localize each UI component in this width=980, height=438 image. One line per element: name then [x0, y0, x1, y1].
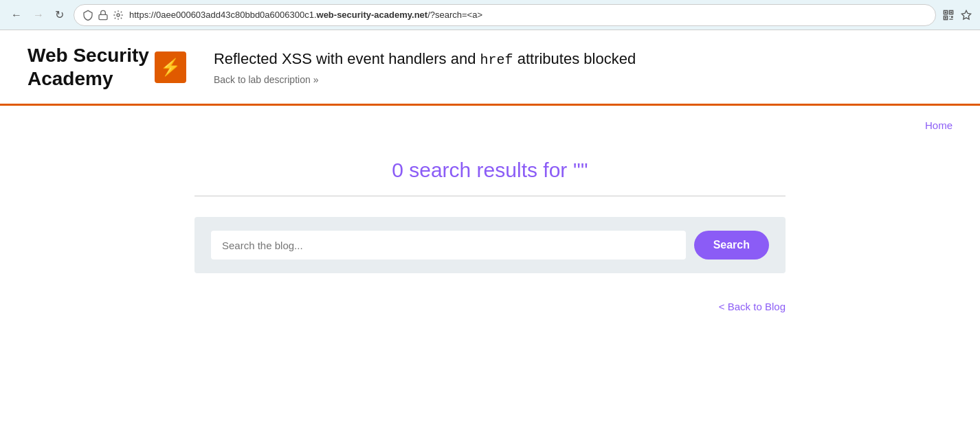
nav-bar: Home	[0, 106, 980, 145]
qr-icon[interactable]	[943, 10, 954, 21]
lock-icon	[98, 10, 109, 21]
svg-point-1	[117, 14, 120, 16]
url-domain: web-security-academy.net	[317, 10, 428, 20]
svg-rect-8	[949, 16, 950, 16]
home-link[interactable]: Home	[925, 119, 953, 131]
browser-actions	[943, 10, 972, 21]
shield-icon	[82, 10, 93, 21]
back-to-lab-label: Back to lab description	[214, 74, 311, 85]
logo-text: Web Security Academy	[27, 44, 149, 90]
lab-title-code: href	[480, 52, 513, 68]
results-heading: 0 search results for '"'	[392, 159, 588, 182]
logo-line1: Web Security	[27, 45, 149, 66]
svg-marker-11	[961, 10, 970, 19]
svg-rect-5	[950, 11, 953, 13]
url-suffix: /?search=<a>	[427, 10, 482, 20]
lab-title-prefix: Reflected XSS with event handlers and	[214, 50, 480, 67]
search-form: Search	[194, 217, 786, 273]
logo-container: Web Security Academy ⚡	[27, 44, 186, 90]
divider	[194, 196, 786, 196]
logo-line2: Academy	[27, 68, 113, 89]
back-to-lab-link[interactable]: Back to lab description »	[214, 74, 319, 85]
site-header: Web Security Academy ⚡ Reflected XSS wit…	[0, 30, 980, 106]
address-bar[interactable]: https://0aee000603add43c80bbd0a6006300c1…	[74, 4, 936, 26]
header-content: Reflected XSS with event handlers and hr…	[214, 49, 953, 86]
back-to-blog-link[interactable]: < Back to Blog	[719, 301, 786, 312]
logo-icon: ⚡	[155, 51, 186, 83]
security-icons	[82, 10, 124, 21]
info-icon	[113, 10, 124, 21]
back-to-lab-chevron: »	[313, 74, 319, 85]
search-results-area: 0 search results for '"' Search < Back t…	[0, 145, 980, 354]
lab-title-suffix: attributes blocked	[513, 50, 636, 67]
back-button[interactable]: ←	[8, 6, 25, 24]
bookmark-icon[interactable]	[961, 10, 972, 21]
main-content: Home 0 search results for '"' Search < B…	[0, 106, 980, 380]
reload-button[interactable]: ↻	[52, 5, 67, 24]
svg-rect-7	[945, 16, 947, 19]
browser-chrome: ← → ↻ https://0aee000603add43c80bbd0a600…	[0, 0, 980, 30]
svg-rect-9	[951, 16, 953, 18]
url-prefix: https://0aee000603add43c80bbd0a6006300c1…	[129, 10, 317, 20]
url-text: https://0aee000603add43c80bbd0a6006300c1…	[129, 10, 927, 20]
svg-rect-10	[949, 19, 953, 19]
svg-rect-3	[945, 11, 947, 13]
svg-rect-0	[99, 14, 107, 19]
forward-button[interactable]: →	[30, 6, 47, 24]
lab-title: Reflected XSS with event handlers and hr…	[214, 49, 953, 70]
search-input[interactable]	[211, 231, 686, 260]
nav-buttons: ← → ↻	[8, 5, 67, 24]
search-button[interactable]: Search	[694, 231, 769, 260]
